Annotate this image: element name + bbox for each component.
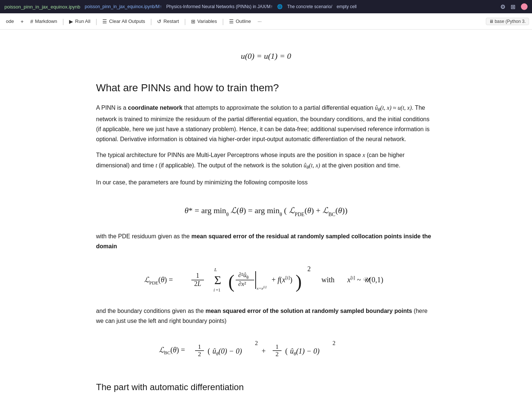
svg-text:2: 2 (255, 340, 258, 346)
svg-text:+ f(x[i]): + f(x[i]) (272, 275, 292, 284)
svg-text:1: 1 (196, 272, 200, 279)
breadcrumb3: empty cell (337, 4, 357, 9)
breadcrumb2: The concrete scenario/ (287, 4, 332, 9)
separator3: | (149, 18, 154, 25)
outline-label: Outline (236, 18, 251, 24)
svg-text:with: with (321, 276, 335, 284)
svg-text:=1: =1 (216, 287, 221, 293)
svg-text:(: ( (228, 271, 235, 292)
svg-text:∂x²: ∂x² (238, 280, 246, 287)
variables-icon: ⊞ (191, 18, 195, 24)
variables-label: Variables (197, 18, 217, 24)
svg-text:ℒPDE(θ) =: ℒPDE(θ) = (144, 276, 173, 286)
settings-icon[interactable]: ⚙ (500, 3, 507, 10)
run-all-button[interactable]: ▶ Run All (66, 17, 93, 26)
eq-svg-top: u(0) = u(1) = 0 (225, 46, 307, 64)
svg-text:+: + (262, 347, 266, 355)
equation-bc-loss: ℒBC(θ) = 1 2 ( ûθ(0) − 0) 2 + 1 2 ( ûθ(1… (96, 335, 436, 364)
svg-text:2L: 2L (194, 280, 201, 287)
para3-text: In our case, the parameters are found by… (96, 179, 308, 185)
more-label: ··· (258, 18, 262, 24)
title-filename: poisson_pinn_in_jax_equinox.ipynb (4, 4, 80, 10)
separator5: | (221, 18, 225, 25)
run-all-label: Run All (75, 18, 90, 24)
mode-label: ode (6, 18, 14, 24)
separator4: | (183, 18, 187, 25)
restart-label: Restart (163, 18, 179, 24)
para1-bold: coordinate network (128, 105, 183, 111)
inline-math-t: t (156, 162, 157, 168)
para-pde-loss-intro: with the PDE residuum given as the mean … (96, 231, 436, 251)
svg-text:i: i (214, 287, 215, 293)
breadcrumb1: Physics-Informed Neural Networks (PINNs)… (166, 4, 273, 9)
svg-text:(: ( (208, 347, 210, 355)
kernel-label: base (Python 3. (495, 19, 526, 24)
kernel-icon: 🖥 (489, 19, 494, 24)
svg-text:u(0) = u(1) = 0: u(0) = u(1) = 0 (241, 51, 291, 61)
equation-composite-loss: θ* = arg minθ ℒ(θ) = arg minθ ( ℒPDE(θ) … (96, 197, 436, 222)
clear-icon: ☰ (102, 18, 107, 24)
para5-bold: mean squared error of the solution at ra… (205, 308, 412, 314)
para4-pre: with the PDE residuum given as the (96, 233, 191, 239)
markdown-icon: # (30, 18, 33, 24)
svg-text:ûθ(1) − 0): ûθ(1) − 0) (290, 347, 320, 357)
para-pinn-definition: A PINN is a coordinate network that atte… (96, 103, 436, 144)
svg-text:(: ( (285, 347, 288, 355)
svg-text:2: 2 (332, 340, 335, 346)
svg-text:): ) (296, 271, 302, 292)
traffic-light-icon (521, 3, 528, 10)
toolbar: ode + # Markdown | ▶ Run All | ☰ Clear A… (0, 13, 532, 30)
toolbar-right: 🖥 base (Python 3. (486, 18, 529, 25)
separator1: | (61, 18, 66, 25)
mode-button[interactable]: ode (3, 17, 17, 25)
inline-math-uhat: ûθ(t, x) (304, 162, 320, 168)
svg-text:1: 1 (276, 343, 279, 350)
svg-text:2: 2 (198, 351, 201, 358)
markdown-label: Markdown (35, 18, 57, 24)
eq-svg-loss: θ* = arg minθ ℒ(θ) = arg minθ ( ℒPDE(θ) … (155, 197, 377, 222)
svg-text:x[i] ~ 𝒰(0,1): x[i] ~ 𝒰(0,1) (347, 275, 383, 284)
clear-outputs-label: Clear All Outputs (109, 18, 145, 24)
plus-icon: + (21, 18, 24, 24)
markdown-button[interactable]: # Markdown (27, 17, 60, 26)
eq-svg-bc: ℒBC(θ) = 1 2 ( ûθ(0) − 0) 2 + 1 2 ( ûθ(1… (151, 335, 381, 364)
title-bar: poisson_pinn_in_jax_equinox.ipynb poisso… (0, 0, 532, 13)
para-bc-loss-intro: and the boundary conditions given as the… (96, 306, 436, 326)
svg-text:ûθ(0) − 0): ûθ(0) − 0) (212, 347, 242, 357)
svg-text:ℒBC(θ) =: ℒBC(θ) = (159, 346, 185, 355)
layout-icon[interactable]: ⊞ (511, 3, 517, 10)
svg-text:Σ: Σ (214, 273, 221, 287)
breadcrumb-separator1: 🌐 (277, 4, 283, 9)
svg-text:θ* = arg minθ
         ℒ(θ) = : θ* = arg minθ ℒ(θ) = arg minθ ( ℒPDE(θ) … (184, 206, 347, 217)
para-mlp-architecture: The typical architecture for PINNs are M… (96, 150, 436, 171)
heading-pinns: What are PINNs and how to train them? (96, 82, 436, 94)
equation-boundary-conditions-top: u(0) = u(1) = 0 (96, 46, 436, 64)
svg-text:1: 1 (198, 343, 201, 350)
para1-text: A PINN is a (96, 105, 128, 111)
para5-pre: and the boundary conditions given as the (96, 308, 205, 314)
variables-button[interactable]: ⊞ Variables (188, 17, 220, 26)
add-cell-button[interactable]: + (18, 17, 27, 26)
heading-autodiff: The part with automatic differentiation (96, 382, 436, 392)
outline-icon: ☰ (229, 18, 234, 24)
run-all-icon: ▶ (69, 18, 73, 24)
clear-outputs-button[interactable]: ☰ Clear All Outputs (99, 17, 148, 26)
eq-svg-pde: ℒPDE(θ) = 1 2L Σ i =1 L ( ∂²ûθ ∂x² x=x[i… (137, 260, 395, 297)
svg-text:x=x[i]: x=x[i] (256, 285, 267, 290)
para-composite-loss-intro: In our case, the parameters are found by… (96, 177, 436, 187)
svg-text:2: 2 (307, 265, 311, 273)
inline-math-x: x (362, 152, 365, 158)
equation-pde-loss: ℒPDE(θ) = 1 2L Σ i =1 L ( ∂²ûθ ∂x² x=x[i… (96, 260, 436, 297)
svg-text:∂²ûθ: ∂²ûθ (238, 272, 249, 280)
svg-text:L: L (214, 267, 217, 272)
outline-button[interactable]: ☰ Outline (226, 17, 254, 26)
svg-text:2: 2 (276, 351, 279, 358)
restart-icon: ↺ (157, 18, 161, 24)
kernel-badge[interactable]: 🖥 base (Python 3. (486, 18, 529, 25)
title-path: poisson_pinn_in_jax_equinox.ipynb/M↑ (85, 4, 162, 9)
separator2: | (94, 18, 99, 25)
title-bar-right: ⚙ ⊞ (500, 3, 528, 10)
restart-button[interactable]: ↺ Restart (154, 17, 182, 26)
more-button[interactable]: ··· (255, 17, 265, 25)
notebook-content: u(0) = u(1) = 0 What are PINNs and how t… (81, 30, 451, 399)
